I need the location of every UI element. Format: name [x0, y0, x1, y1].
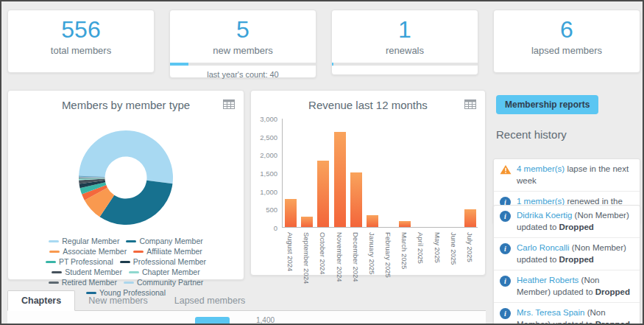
- status-value: Dropped: [559, 255, 594, 264]
- revenue-bar[interactable]: [334, 132, 346, 227]
- donut-wrap: [8, 129, 244, 226]
- x-axis-label: October 2024: [319, 232, 327, 275]
- new-members-progress-track: [170, 63, 316, 66]
- member-link[interactable]: Carlo Roncalli: [517, 243, 570, 252]
- status-value: Dropped: [595, 320, 630, 325]
- renewals-card: 1 renewals: [331, 10, 478, 75]
- renewals-value: 1: [332, 16, 478, 43]
- legend-item: Retired Member: [49, 278, 117, 287]
- table-view-icon[interactable]: [223, 99, 235, 109]
- info-icon: i: [500, 211, 512, 223]
- lapsed-members-card: 6 lapsed members: [493, 10, 640, 73]
- new-members-value: 5: [170, 16, 316, 43]
- legend-item: Regular Member: [49, 237, 119, 245]
- revenue-chart-title: Revenue last 12 months: [251, 91, 485, 111]
- member-link[interactable]: 4 member(s): [517, 164, 565, 173]
- info-icon: i: [500, 276, 512, 287]
- new-members-progress-fill: [170, 63, 188, 66]
- y-axis-tick: 2,000: [252, 151, 277, 159]
- revenue-plot: [282, 119, 478, 228]
- update-text: Heather Roberts (Non Member) updated to …: [517, 275, 634, 298]
- chapters-chart-ytick: 1,400: [256, 316, 275, 324]
- member-type-legend: Regular MemberCompany MemberAssociate Me…: [15, 237, 236, 297]
- list-item: i Carlo Roncalli (Non Member) updated to…: [494, 238, 640, 270]
- revenue-bar[interactable]: [367, 215, 378, 227]
- revenue-bar[interactable]: [350, 172, 362, 227]
- x-axis-label: April 2025: [417, 232, 425, 264]
- bottom-tabbar: Chapters New members Lapsed members: [7, 291, 486, 311]
- legend-swatch: [129, 271, 139, 273]
- legend-item: Affiliate Member: [133, 247, 202, 256]
- x-axis-label: August 2024: [286, 232, 294, 271]
- legend-label: Professional Member: [133, 257, 206, 266]
- info-icon: i: [500, 243, 512, 255]
- member-link[interactable]: Mrs. Teresa Spain: [517, 308, 584, 317]
- recent-history-title: Recent history: [496, 128, 567, 141]
- info-icon: i: [500, 308, 512, 320]
- donut-slice[interactable]: [100, 181, 173, 225]
- legend-item: Chapter Member: [129, 268, 200, 276]
- legend-label: Chapter Member: [142, 268, 200, 276]
- legend-item: Associate Member: [49, 247, 127, 256]
- revenue-bar[interactable]: [464, 209, 476, 227]
- legend-label: Associate Member: [63, 247, 127, 256]
- member-link[interactable]: Heather Roberts: [517, 276, 578, 284]
- renewals-progress-fill: [332, 63, 333, 66]
- recent-updates-card: i Didrika Koertig (Non Member) updated t…: [493, 205, 640, 325]
- revenue-bar[interactable]: [301, 217, 313, 227]
- lapsed-members-label: lapsed members: [494, 45, 640, 56]
- revenue-card: Revenue last 12 months 05001,0001,5002,0…: [250, 90, 486, 276]
- legend-item: PT Professional: [46, 257, 113, 266]
- dashboard-page: 556 total members 5 new members last yea…: [0, 0, 644, 325]
- legend-item: Community Partner: [124, 278, 203, 287]
- table-view-icon[interactable]: [464, 99, 476, 109]
- revenue-bar[interactable]: [317, 161, 329, 227]
- update-text: Carlo Roncalli (Non Member) updated to D…: [517, 242, 634, 265]
- legend-label: Student Member: [65, 268, 122, 276]
- alert-text: 4 member(s) lapse in the next week: [517, 164, 634, 186]
- legend-swatch: [120, 261, 130, 263]
- legend-label: Community Partner: [137, 278, 203, 287]
- tab-lapsed-members[interactable]: Lapsed members: [161, 291, 259, 310]
- legend-item: Professional Member: [120, 257, 206, 266]
- x-axis-label: February 2025: [384, 232, 392, 278]
- revenue-bar[interactable]: [399, 221, 411, 227]
- new-members-footnote: last year's count: 40: [170, 70, 316, 79]
- legend-swatch: [49, 282, 59, 284]
- new-members-label: new members: [170, 45, 316, 56]
- legend-swatch: [49, 240, 59, 242]
- list-item: i Heather Roberts (Non Member) updated t…: [494, 270, 640, 303]
- donut-slice[interactable]: [79, 130, 173, 184]
- y-axis-tick: 2,500: [252, 133, 277, 141]
- legend-swatch: [126, 240, 136, 242]
- new-members-card: 5 new members last year's count: 40: [169, 10, 316, 78]
- total-members-card: 556 total members: [7, 10, 155, 73]
- y-axis-tick: 3,000: [252, 115, 277, 123]
- legend-label: Retired Member: [62, 278, 117, 287]
- chapters-tab-panel: 1,400: [7, 311, 486, 325]
- member-type-card: Members by member type Regular MemberCom…: [7, 90, 244, 280]
- legend-swatch: [52, 271, 62, 273]
- legend-label: Company Member: [139, 237, 202, 245]
- revenue-bar[interactable]: [285, 199, 297, 227]
- member-link[interactable]: Didrika Koertig: [517, 211, 572, 220]
- update-text: Mrs. Teresa Spain (Non Member) updated t…: [517, 307, 634, 325]
- update-text: Didrika Koertig (Non Member) updated to …: [517, 210, 634, 233]
- legend-label: PT Professional: [59, 257, 113, 266]
- legend-item: Company Member: [126, 237, 202, 245]
- chapters-action-button[interactable]: [195, 317, 230, 325]
- member-type-chart-title: Members by member type: [8, 91, 244, 111]
- legend-item: Student Member: [52, 268, 122, 276]
- member-type-donut: [77, 129, 174, 226]
- membership-reports-button[interactable]: Membership reports: [496, 95, 598, 114]
- x-axis-label: June 2025: [450, 232, 458, 265]
- list-item: i Mrs. Teresa Spain (Non Member) updated…: [494, 303, 640, 325]
- legend-label: Regular Member: [62, 237, 119, 245]
- lapsed-members-value: 6: [494, 16, 640, 43]
- y-axis-tick: 1,000: [252, 188, 277, 196]
- legend-swatch: [49, 251, 60, 253]
- tab-chapters[interactable]: Chapters: [7, 290, 75, 311]
- total-members-label: total members: [8, 45, 154, 56]
- tab-new-members[interactable]: New members: [75, 291, 161, 310]
- x-axis-label: November 2024: [336, 232, 344, 282]
